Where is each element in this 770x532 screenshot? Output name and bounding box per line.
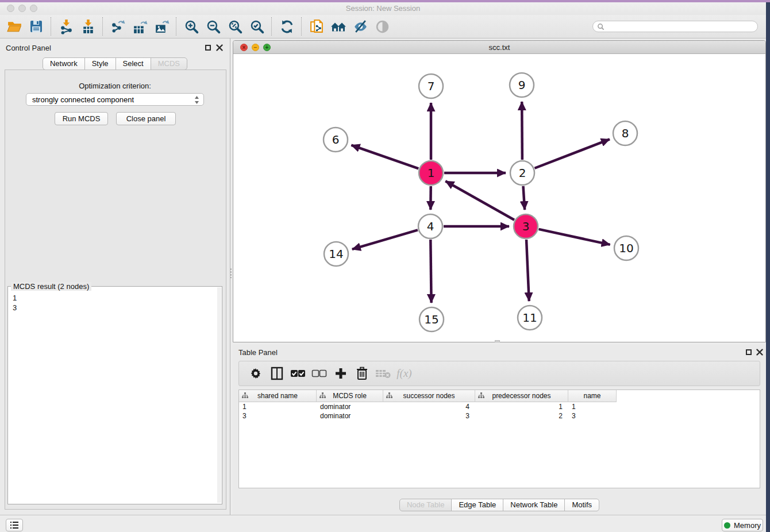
column-settings-icon[interactable] <box>245 364 266 383</box>
mcds-result-box <box>7 286 222 504</box>
tab-network[interactable]: Network <box>43 57 85 70</box>
export-table-icon[interactable] <box>129 17 151 36</box>
table-cell[interactable]: 3 <box>383 411 475 421</box>
table-cell[interactable]: 2 <box>475 411 568 421</box>
window-resize-grip[interactable] <box>495 340 500 342</box>
edge-3-10[interactable] <box>538 229 610 245</box>
table-cell[interactable]: 3 <box>239 411 317 421</box>
graph-svg: 7968124314101511 <box>233 54 765 342</box>
optimization-criterion-dropdown[interactable]: strongly connected component <box>26 93 204 106</box>
clone-network-icon[interactable] <box>306 17 328 36</box>
dropdown-stepper-icon <box>194 95 199 105</box>
network-window-titlebar[interactable]: × − + scc.txt <box>233 41 765 54</box>
control-panel-tabs: NetworkStyleSelectMCDS <box>0 57 230 70</box>
table-float-icon[interactable] <box>746 349 752 355</box>
edge-2-9[interactable] <box>522 102 522 160</box>
column-header-successor-nodes[interactable]: successor nodes <box>383 390 475 402</box>
add-column-icon[interactable] <box>330 364 351 383</box>
table-cell[interactable]: 4 <box>383 402 475 411</box>
first-neighbors-icon[interactable] <box>328 17 349 36</box>
toolbar-separator <box>51 17 52 36</box>
hide-details-icon[interactable] <box>349 17 371 36</box>
table-toolbar: f(x) <box>238 361 760 386</box>
delete-column-icon[interactable] <box>351 364 372 383</box>
node-label-3: 3 <box>522 219 530 233</box>
table-header-row: shared nameMCDS rolesuccessor nodesprede… <box>239 390 760 402</box>
tab-node-table[interactable]: Node Table <box>399 499 452 511</box>
zoom-fit-icon[interactable] <box>224 17 246 36</box>
show-details-icon <box>371 17 393 36</box>
edge-4-15[interactable] <box>430 240 431 303</box>
node-label-1: 1 <box>428 166 435 180</box>
edge-3-11[interactable] <box>526 240 529 301</box>
float-panel-icon[interactable] <box>205 45 211 51</box>
tab-edge-table[interactable]: Edge Table <box>451 499 503 511</box>
tab-mcds[interactable]: MCDS <box>151 57 187 70</box>
panel-splitter-handle[interactable] <box>230 268 232 278</box>
node-label-4: 4 <box>427 219 434 233</box>
deselect-all-columns-icon[interactable] <box>309 364 330 383</box>
zoom-in-icon[interactable] <box>180 17 202 36</box>
column-type-icon <box>478 392 484 400</box>
node-label-8: 8 <box>622 126 629 140</box>
table-row[interactable]: 1dominator411 <box>239 402 760 411</box>
tab-motifs[interactable]: Motifs <box>564 499 599 511</box>
main-toolbar <box>0 15 766 38</box>
mcds-result-values[interactable]: 1 3 <box>13 293 17 313</box>
edge-4-14[interactable] <box>352 230 418 249</box>
memory-button[interactable]: Memory <box>722 519 763 531</box>
run-mcds-button[interactable]: Run MCDS <box>55 112 108 125</box>
table-cell[interactable]: dominator <box>317 402 383 411</box>
split-table-icon[interactable] <box>266 364 287 383</box>
open-session-icon[interactable] <box>3 17 25 36</box>
column-header-predecessor-nodes[interactable]: predecessor nodes <box>475 390 568 402</box>
task-history-button[interactable] <box>6 519 23 531</box>
column-header-shared-name[interactable]: shared name <box>239 390 317 402</box>
export-network-icon[interactable] <box>107 17 129 36</box>
network-canvas[interactable]: 7968124314101511 <box>233 54 765 342</box>
column-type-icon <box>242 392 248 400</box>
search-box[interactable] <box>592 21 758 32</box>
toolbar-separator <box>271 17 272 36</box>
tab-style[interactable]: Style <box>84 57 116 70</box>
zoom-selected-icon[interactable] <box>246 17 268 36</box>
table-close-icon[interactable] <box>756 349 763 356</box>
edge-2-3[interactable] <box>523 186 525 210</box>
table-tabs: Node TableEdge TableNetwork TableMotifs <box>233 499 766 511</box>
apply-layout-icon[interactable] <box>276 17 298 36</box>
column-header-MCDS-role[interactable]: MCDS role <box>317 390 383 402</box>
node-table[interactable]: shared nameMCDS rolesuccessor nodesprede… <box>238 390 760 488</box>
select-all-columns-icon[interactable] <box>287 364 309 383</box>
tab-select[interactable]: Select <box>116 57 151 70</box>
search-icon <box>597 23 605 30</box>
zoom-out-icon[interactable] <box>202 17 224 36</box>
close-panel-button[interactable]: Close panel <box>116 112 176 125</box>
save-session-icon[interactable] <box>25 17 47 36</box>
memory-status-dot <box>724 522 730 529</box>
memory-label: Memory <box>734 521 761 530</box>
main-titlebar: Session: New Session <box>0 2 766 16</box>
edge-1-6[interactable] <box>351 145 418 169</box>
table-cell[interactable]: 3 <box>568 411 617 421</box>
search-input[interactable] <box>607 22 753 31</box>
optimization-criterion-label: Optimization criterion: <box>0 82 230 90</box>
table-cell[interactable]: 1 <box>568 402 617 411</box>
node-label-6: 6 <box>332 133 340 147</box>
table-row[interactable]: 3dominator323 <box>239 411 760 421</box>
import-network-icon[interactable] <box>55 17 77 36</box>
apply-function-icon: f(x) <box>394 364 415 383</box>
table-cell[interactable]: dominator <box>317 411 383 421</box>
edge-2-8[interactable] <box>534 139 609 168</box>
node-label-11: 11 <box>522 311 537 325</box>
import-table-icon[interactable] <box>77 17 99 36</box>
tab-network-table[interactable]: Network Table <box>503 499 565 511</box>
control-panel: Control Panel NetworkStyleSelectMCDS Opt… <box>0 38 230 515</box>
edge-3-1[interactable] <box>445 181 514 219</box>
table-cell[interactable]: 1 <box>239 402 317 411</box>
close-panel-icon[interactable] <box>216 44 223 51</box>
toolbar-separator <box>301 17 302 36</box>
column-header-name[interactable]: name <box>568 390 617 402</box>
result-scrollbar[interactable] <box>217 287 221 503</box>
table-cell[interactable]: 1 <box>475 402 568 411</box>
export-image-icon[interactable] <box>151 17 172 36</box>
